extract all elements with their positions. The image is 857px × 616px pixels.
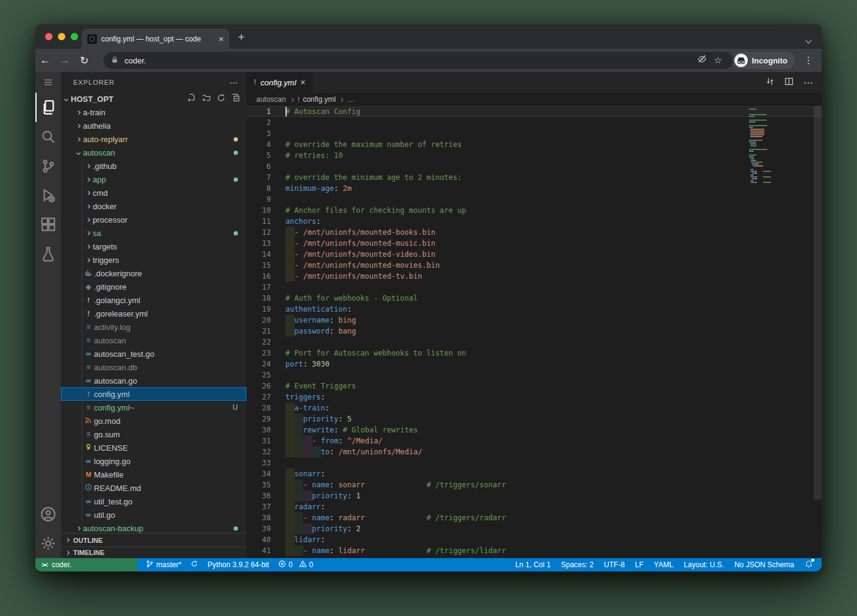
zoom-window-button[interactable]: [71, 33, 78, 40]
breadcrumb-file[interactable]: config.yml: [303, 95, 335, 104]
tree-item-sa[interactable]: sa: [61, 226, 246, 240]
tree-item-go-sum[interactable]: ≡go.sum: [61, 428, 246, 441]
code-line-36: 36priority: 1: [246, 490, 822, 501]
tree-item-license[interactable]: LICENSE: [61, 441, 246, 454]
tree-item--golangci-yml[interactable]: !.golangci.yml: [61, 293, 246, 307]
tree-item--goreleaser-yml[interactable]: !.goreleaser.yml: [61, 307, 246, 320]
tree-item-triggers[interactable]: triggers: [61, 253, 246, 267]
browser-menu-button[interactable]: ⋮: [804, 55, 813, 66]
tree-item-auto-replyarr[interactable]: auto-replyarr: [61, 132, 246, 146]
open-changes-icon[interactable]: [766, 77, 775, 88]
status-item-3[interactable]: LF: [635, 560, 644, 569]
line-number: 3: [246, 128, 271, 139]
minimap[interactable]: [749, 109, 794, 184]
eye-off-icon[interactable]: [694, 54, 710, 66]
collapse-all-icon[interactable]: [231, 93, 240, 104]
tab-search-chevron-icon[interactable]: [806, 34, 812, 40]
split-editor-icon[interactable]: [784, 77, 794, 88]
tree-item-config-yml[interactable]: !config.yml: [61, 387, 246, 401]
notifications-bell-icon[interactable]: [805, 560, 813, 570]
explorer-view-icon[interactable]: [35, 93, 61, 122]
code-token-k: a-train: [295, 403, 326, 414]
tree-item-readme-md[interactable]: README.md: [61, 481, 246, 495]
outline-section[interactable]: OUTLINE: [61, 533, 246, 546]
source-control-view-icon[interactable]: [35, 151, 61, 181]
tree-item-autoscan-test-go[interactable]: ∞autoscan_test.go: [61, 347, 246, 360]
code-token-c: # Autoscan Config: [285, 106, 360, 117]
tree-item-config-yml-[interactable]: ≡config.yml~U: [61, 401, 246, 414]
tree-item-label: config.yml: [94, 390, 130, 399]
git-branch-item[interactable]: master*: [146, 560, 181, 570]
code-editor[interactable]: 1# Autoscan Config234# override the maxi…: [246, 106, 822, 558]
tree-item-autoscan[interactable]: ≡autoscan: [61, 334, 246, 347]
tree-item-makefile[interactable]: MMakefile: [61, 468, 246, 481]
testing-view-icon[interactable]: [35, 239, 61, 268]
editor-scrollbar[interactable]: [814, 106, 822, 500]
breadcrumb-symbol[interactable]: …: [347, 95, 354, 104]
new-tab-button[interactable]: +: [238, 30, 245, 44]
refresh-icon[interactable]: [217, 93, 226, 104]
new-folder-icon[interactable]: [202, 93, 211, 104]
bookmark-star-icon[interactable]: ☆: [710, 55, 726, 66]
tree-item-go-mod[interactable]: go.mod: [61, 414, 246, 428]
minimize-window-button[interactable]: [58, 33, 65, 40]
tree-item-cmd[interactable]: cmd: [61, 186, 246, 199]
address-bar[interactable]: coder. ☆: [104, 52, 733, 69]
remote-indicator[interactable]: >< coder.: [35, 558, 137, 571]
tree-item-a-train[interactable]: a-train: [61, 106, 246, 119]
tree-item-app[interactable]: app: [61, 173, 246, 186]
line-number: 39: [246, 523, 271, 534]
status-item-2[interactable]: UTF-8: [604, 560, 625, 569]
tree-item-activity-log[interactable]: ≡activity.log: [61, 320, 246, 334]
status-item-1[interactable]: Spaces: 2: [561, 560, 593, 569]
tree-item--dockerignore[interactable]: .dockerignore: [61, 267, 246, 280]
new-file-icon[interactable]: [187, 93, 196, 104]
tree-root-host-opt[interactable]: HOST_OPT: [61, 92, 246, 106]
tree-item-autoscan-db[interactable]: ≡autoscan.db: [61, 360, 246, 374]
forward-button[interactable]: →: [55, 54, 74, 66]
close-window-button[interactable]: [45, 33, 52, 40]
explorer-more-button[interactable]: ⋯: [229, 77, 238, 87]
run-debug-view-icon[interactable]: [35, 181, 61, 210]
tree-item--github[interactable]: .github: [61, 159, 246, 173]
tree-item-autoscan[interactable]: autoscan: [61, 146, 246, 159]
indent-rainbow-block: [312, 446, 321, 457]
status-item-4[interactable]: YAML: [654, 560, 673, 569]
code-line-1: 1# Autoscan Config: [246, 106, 822, 117]
tree-item-util-go[interactable]: ∞util.go: [61, 508, 246, 521]
tree-item--gitignore[interactable]: ◈.gitignore: [61, 280, 246, 293]
settings-gear-icon[interactable]: [35, 529, 61, 558]
search-view-icon[interactable]: [35, 122, 61, 151]
url-text[interactable]: coder.: [124, 56, 694, 65]
extensions-view-icon[interactable]: [35, 210, 61, 239]
problems-item[interactable]: 0 0: [278, 560, 313, 570]
status-item-6[interactable]: No JSON Schema: [734, 560, 794, 569]
editor-tab-config-yml[interactable]: ! config.yml ×: [246, 72, 313, 93]
status-item-5[interactable]: Layout: U.S.: [684, 560, 724, 569]
indent-rainbow-block: [285, 326, 295, 337]
tree-item-targets[interactable]: targets: [61, 240, 246, 253]
editor-tab-close-icon[interactable]: ×: [301, 77, 306, 87]
explorer-sidebar: EXPLORER ⋯ HOST_OPT a-trainautheliaauto-…: [61, 72, 246, 558]
status-item-0[interactable]: Ln 1, Col 1: [515, 560, 551, 569]
tab-close-icon[interactable]: ×: [218, 34, 224, 43]
tree-item-logging-go[interactable]: ∞logging.go: [61, 454, 246, 468]
tree-item-docker[interactable]: docker: [61, 199, 246, 213]
timeline-section[interactable]: TIMELINE: [61, 546, 246, 558]
breadcrumb-folder[interactable]: autoscan: [256, 95, 286, 104]
code-token-s: - /mnt/unionfs/mounted-music.bin: [295, 238, 436, 249]
editor-more-actions-icon[interactable]: ⋯: [803, 77, 813, 88]
reload-button[interactable]: ↻: [74, 54, 94, 67]
browser-tab[interactable]: config.yml — host_opt — code ×: [82, 29, 229, 49]
tree-item-processor[interactable]: processor: [61, 213, 246, 226]
code-token-k: name: [312, 545, 329, 556]
menu-hamburger-icon[interactable]: [35, 74, 61, 90]
tree-item-util-test-go[interactable]: ∞util_test.go: [61, 495, 246, 508]
tree-item-autoscan-backup[interactable]: autoscan-backup: [61, 521, 246, 533]
account-icon[interactable]: [35, 500, 61, 529]
tree-item-authelia[interactable]: authelia: [61, 119, 246, 132]
sync-button[interactable]: [190, 560, 198, 570]
tree-item-autoscan-go[interactable]: ∞autoscan.go: [61, 374, 246, 387]
python-interpreter-item[interactable]: Python 3.9.2 64-bit: [207, 560, 269, 569]
back-button[interactable]: ←: [35, 54, 55, 66]
